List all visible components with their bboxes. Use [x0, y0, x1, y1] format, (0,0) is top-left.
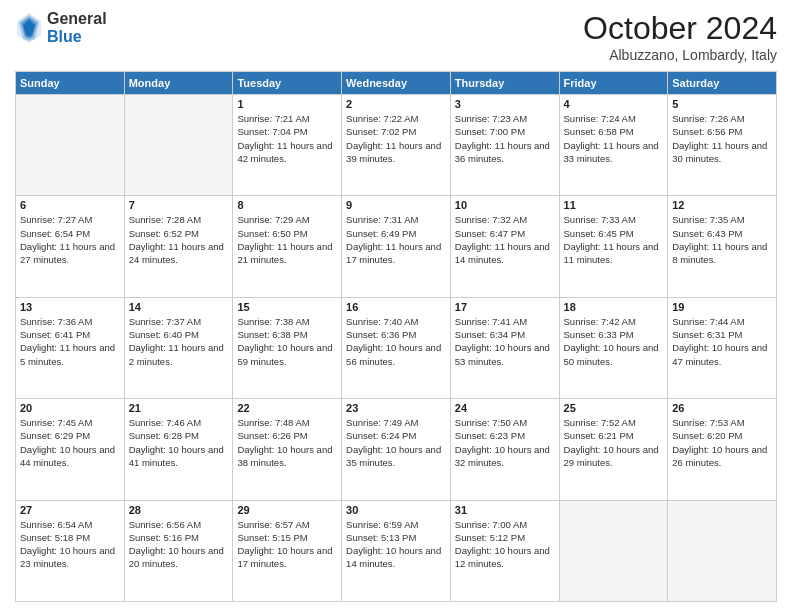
calendar-week-2: 6Sunrise: 7:27 AMSunset: 6:54 PMDaylight… [16, 196, 777, 297]
day-info: Sunrise: 7:49 AMSunset: 6:24 PMDaylight:… [346, 416, 446, 469]
calendar-cell [16, 95, 125, 196]
day-number: 15 [237, 301, 337, 313]
col-friday: Friday [559, 72, 668, 95]
day-number: 9 [346, 199, 446, 211]
col-tuesday: Tuesday [233, 72, 342, 95]
col-saturday: Saturday [668, 72, 777, 95]
calendar-cell: 3Sunrise: 7:23 AMSunset: 7:00 PMDaylight… [450, 95, 559, 196]
header-row: Sunday Monday Tuesday Wednesday Thursday… [16, 72, 777, 95]
calendar-cell: 12Sunrise: 7:35 AMSunset: 6:43 PMDayligh… [668, 196, 777, 297]
calendar-cell: 21Sunrise: 7:46 AMSunset: 6:28 PMDayligh… [124, 399, 233, 500]
calendar-cell: 22Sunrise: 7:48 AMSunset: 6:26 PMDayligh… [233, 399, 342, 500]
day-info: Sunrise: 7:53 AMSunset: 6:20 PMDaylight:… [672, 416, 772, 469]
day-number: 22 [237, 402, 337, 414]
day-number: 27 [20, 504, 120, 516]
calendar-cell: 15Sunrise: 7:38 AMSunset: 6:38 PMDayligh… [233, 297, 342, 398]
day-info: Sunrise: 7:32 AMSunset: 6:47 PMDaylight:… [455, 213, 555, 266]
calendar-cell: 17Sunrise: 7:41 AMSunset: 6:34 PMDayligh… [450, 297, 559, 398]
day-number: 21 [129, 402, 229, 414]
day-number: 7 [129, 199, 229, 211]
col-thursday: Thursday [450, 72, 559, 95]
day-info: Sunrise: 7:42 AMSunset: 6:33 PMDaylight:… [564, 315, 664, 368]
day-info: Sunrise: 7:37 AMSunset: 6:40 PMDaylight:… [129, 315, 229, 368]
title-block: October 2024 Albuzzano, Lombardy, Italy [583, 10, 777, 63]
day-info: Sunrise: 7:35 AMSunset: 6:43 PMDaylight:… [672, 213, 772, 266]
calendar-cell [668, 500, 777, 601]
day-number: 8 [237, 199, 337, 211]
day-info: Sunrise: 7:41 AMSunset: 6:34 PMDaylight:… [455, 315, 555, 368]
day-number: 25 [564, 402, 664, 414]
day-number: 19 [672, 301, 772, 313]
calendar-cell: 20Sunrise: 7:45 AMSunset: 6:29 PMDayligh… [16, 399, 125, 500]
day-number: 4 [564, 98, 664, 110]
day-info: Sunrise: 7:44 AMSunset: 6:31 PMDaylight:… [672, 315, 772, 368]
calendar-cell: 26Sunrise: 7:53 AMSunset: 6:20 PMDayligh… [668, 399, 777, 500]
day-info: Sunrise: 7:28 AMSunset: 6:52 PMDaylight:… [129, 213, 229, 266]
calendar-cell [124, 95, 233, 196]
day-number: 28 [129, 504, 229, 516]
calendar-cell: 25Sunrise: 7:52 AMSunset: 6:21 PMDayligh… [559, 399, 668, 500]
month-title: October 2024 [583, 10, 777, 47]
calendar-cell: 16Sunrise: 7:40 AMSunset: 6:36 PMDayligh… [342, 297, 451, 398]
day-info: Sunrise: 7:40 AMSunset: 6:36 PMDaylight:… [346, 315, 446, 368]
day-number: 16 [346, 301, 446, 313]
day-info: Sunrise: 7:33 AMSunset: 6:45 PMDaylight:… [564, 213, 664, 266]
calendar-cell: 27Sunrise: 6:54 AMSunset: 5:18 PMDayligh… [16, 500, 125, 601]
calendar-cell: 18Sunrise: 7:42 AMSunset: 6:33 PMDayligh… [559, 297, 668, 398]
page-header: General Blue October 2024 Albuzzano, Lom… [15, 10, 777, 63]
day-info: Sunrise: 7:36 AMSunset: 6:41 PMDaylight:… [20, 315, 120, 368]
day-info: Sunrise: 7:21 AMSunset: 7:04 PMDaylight:… [237, 112, 337, 165]
day-info: Sunrise: 7:38 AMSunset: 6:38 PMDaylight:… [237, 315, 337, 368]
logo-icon [15, 11, 43, 45]
calendar-cell: 1Sunrise: 7:21 AMSunset: 7:04 PMDaylight… [233, 95, 342, 196]
day-number: 20 [20, 402, 120, 414]
calendar-cell: 28Sunrise: 6:56 AMSunset: 5:16 PMDayligh… [124, 500, 233, 601]
day-info: Sunrise: 6:54 AMSunset: 5:18 PMDaylight:… [20, 518, 120, 571]
logo: General Blue [15, 10, 107, 45]
day-info: Sunrise: 7:52 AMSunset: 6:21 PMDaylight:… [564, 416, 664, 469]
day-info: Sunrise: 6:57 AMSunset: 5:15 PMDaylight:… [237, 518, 337, 571]
calendar-cell: 8Sunrise: 7:29 AMSunset: 6:50 PMDaylight… [233, 196, 342, 297]
day-number: 18 [564, 301, 664, 313]
day-info: Sunrise: 7:24 AMSunset: 6:58 PMDaylight:… [564, 112, 664, 165]
day-number: 23 [346, 402, 446, 414]
day-number: 24 [455, 402, 555, 414]
calendar-cell: 13Sunrise: 7:36 AMSunset: 6:41 PMDayligh… [16, 297, 125, 398]
day-number: 2 [346, 98, 446, 110]
logo-general: General [47, 10, 107, 28]
calendar-page: General Blue October 2024 Albuzzano, Lom… [0, 0, 792, 612]
day-info: Sunrise: 6:59 AMSunset: 5:13 PMDaylight:… [346, 518, 446, 571]
day-number: 17 [455, 301, 555, 313]
calendar-cell [559, 500, 668, 601]
day-number: 12 [672, 199, 772, 211]
calendar-cell: 7Sunrise: 7:28 AMSunset: 6:52 PMDaylight… [124, 196, 233, 297]
day-info: Sunrise: 7:26 AMSunset: 6:56 PMDaylight:… [672, 112, 772, 165]
calendar-week-4: 20Sunrise: 7:45 AMSunset: 6:29 PMDayligh… [16, 399, 777, 500]
day-info: Sunrise: 7:46 AMSunset: 6:28 PMDaylight:… [129, 416, 229, 469]
calendar-cell: 30Sunrise: 6:59 AMSunset: 5:13 PMDayligh… [342, 500, 451, 601]
day-number: 10 [455, 199, 555, 211]
logo-text: General Blue [47, 10, 107, 45]
calendar-cell: 2Sunrise: 7:22 AMSunset: 7:02 PMDaylight… [342, 95, 451, 196]
calendar-cell: 24Sunrise: 7:50 AMSunset: 6:23 PMDayligh… [450, 399, 559, 500]
calendar-cell: 31Sunrise: 7:00 AMSunset: 5:12 PMDayligh… [450, 500, 559, 601]
day-info: Sunrise: 7:31 AMSunset: 6:49 PMDaylight:… [346, 213, 446, 266]
col-wednesday: Wednesday [342, 72, 451, 95]
day-number: 29 [237, 504, 337, 516]
calendar-table: Sunday Monday Tuesday Wednesday Thursday… [15, 71, 777, 602]
calendar-week-3: 13Sunrise: 7:36 AMSunset: 6:41 PMDayligh… [16, 297, 777, 398]
day-number: 26 [672, 402, 772, 414]
day-number: 31 [455, 504, 555, 516]
calendar-cell: 9Sunrise: 7:31 AMSunset: 6:49 PMDaylight… [342, 196, 451, 297]
day-info: Sunrise: 6:56 AMSunset: 5:16 PMDaylight:… [129, 518, 229, 571]
day-info: Sunrise: 7:27 AMSunset: 6:54 PMDaylight:… [20, 213, 120, 266]
day-info: Sunrise: 7:50 AMSunset: 6:23 PMDaylight:… [455, 416, 555, 469]
day-info: Sunrise: 7:22 AMSunset: 7:02 PMDaylight:… [346, 112, 446, 165]
location: Albuzzano, Lombardy, Italy [583, 47, 777, 63]
col-sunday: Sunday [16, 72, 125, 95]
calendar-cell: 23Sunrise: 7:49 AMSunset: 6:24 PMDayligh… [342, 399, 451, 500]
calendar-cell: 10Sunrise: 7:32 AMSunset: 6:47 PMDayligh… [450, 196, 559, 297]
calendar-cell: 11Sunrise: 7:33 AMSunset: 6:45 PMDayligh… [559, 196, 668, 297]
day-number: 13 [20, 301, 120, 313]
calendar-cell: 6Sunrise: 7:27 AMSunset: 6:54 PMDaylight… [16, 196, 125, 297]
